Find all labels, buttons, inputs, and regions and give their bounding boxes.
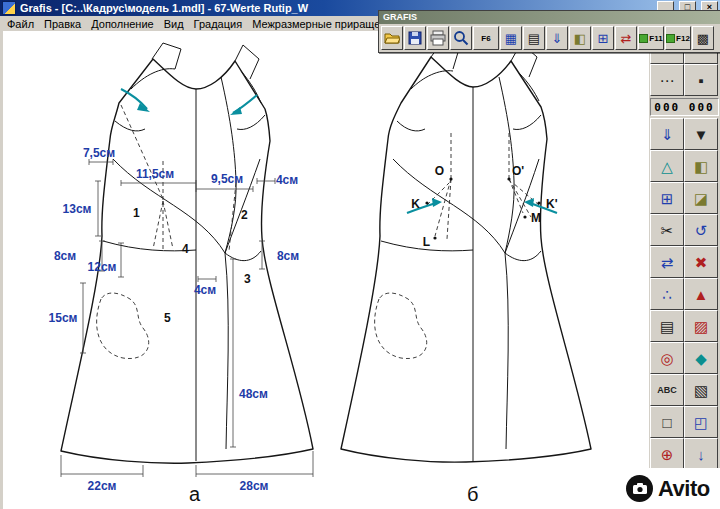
diamond-icon: ◆ bbox=[695, 351, 707, 366]
tool-dart-button[interactable]: ▲ bbox=[684, 278, 718, 310]
value-counter-display: 000 000 bbox=[650, 98, 719, 116]
tool-grid-plus-button[interactable]: ⊞ bbox=[650, 182, 684, 214]
menu-edit[interactable]: Правка bbox=[39, 18, 86, 30]
point-O-prime: O' bbox=[512, 164, 524, 178]
piece-number-5: 5 bbox=[164, 311, 171, 325]
grafis-toolbar-window: GRAFIS bbox=[378, 10, 720, 53]
tool-corner-button[interactable]: ◰ bbox=[684, 406, 718, 438]
app-icon bbox=[2, 1, 16, 15]
magnifier-icon bbox=[453, 30, 469, 46]
tool-cone-button[interactable]: ◆ bbox=[684, 342, 718, 374]
tool-delete-button[interactable]: ✖ bbox=[684, 246, 718, 278]
tool-rotate-button[interactable]: ↺ bbox=[684, 214, 718, 246]
tool-target-button[interactable]: ⊕ bbox=[650, 438, 684, 470]
table-grid-icon: ▦ bbox=[505, 32, 517, 45]
tool-scissors-button[interactable]: ✂ bbox=[650, 214, 684, 246]
points-icon: ∴ bbox=[662, 287, 672, 302]
exchange-button[interactable]: ⇄ bbox=[615, 26, 637, 50]
rotate-icon: ↺ bbox=[695, 223, 708, 238]
pattern-b-label: б bbox=[467, 483, 478, 505]
tool-rect-button[interactable]: □ bbox=[650, 406, 684, 438]
dim-7-5: 7,5см bbox=[83, 146, 115, 160]
menu-grading[interactable]: Градация bbox=[189, 18, 248, 30]
pattern-b-drawing: O O' K K' L M б bbox=[341, 43, 591, 505]
hatch-tool-button[interactable]: ▩ bbox=[692, 26, 714, 50]
circle-icon: ◎ bbox=[660, 351, 673, 366]
tool-options-button[interactable]: ⋯ bbox=[650, 64, 684, 96]
tool-corner-piece-button[interactable]: ◪ bbox=[684, 182, 718, 214]
watermark-text: Avito bbox=[658, 476, 710, 502]
point-L: L bbox=[423, 235, 430, 249]
target-icon: ⊕ bbox=[661, 447, 674, 462]
dart-triangle-icon: ▲ bbox=[694, 287, 709, 302]
open-file-button[interactable] bbox=[381, 26, 403, 50]
delete-x-icon: ✖ bbox=[695, 255, 708, 270]
f11-label: F11 bbox=[649, 34, 662, 43]
save-button[interactable] bbox=[404, 26, 426, 50]
tool-text-button[interactable]: ABC bbox=[650, 374, 684, 406]
measure-table-button[interactable]: ▦ bbox=[500, 26, 522, 50]
grid-values-button[interactable]: ⊞ bbox=[592, 26, 614, 50]
zoom-button[interactable] bbox=[450, 26, 472, 50]
tool-swap-button[interactable]: ⇄ bbox=[650, 246, 684, 278]
grafis-toolbar-body: F6 ▦ ▤ ⇓ ◧ ⊞ ⇄ F11 F12 ▩ bbox=[379, 24, 720, 52]
tool-circle-button[interactable]: ◎ bbox=[650, 342, 684, 374]
menu-view[interactable]: Вид bbox=[159, 18, 189, 30]
scissors-icon: ✂ bbox=[661, 223, 674, 238]
f12-button[interactable]: F12 bbox=[665, 26, 691, 50]
double-down-arrow-icon: ⇓ bbox=[552, 32, 563, 45]
f6-button[interactable]: F6 bbox=[473, 26, 499, 50]
pattern-canvas[interactable]: 7,5см 11,5см 9,5см 4см 13см 8см 12см 15с… bbox=[3, 31, 648, 509]
tool-step-small-button[interactable]: ▼ bbox=[684, 118, 718, 150]
down-triangle-icon: ▼ bbox=[694, 127, 709, 142]
f6-label: F6 bbox=[481, 34, 490, 43]
point-K-prime: K' bbox=[546, 197, 558, 211]
fill-pattern-icon: ▧ bbox=[694, 383, 708, 398]
grid-icon: ⊞ bbox=[598, 32, 609, 45]
tool-half-piece-button[interactable]: ◧ bbox=[684, 150, 718, 182]
floppy-disk-icon bbox=[407, 30, 423, 46]
tool-points-button[interactable]: ∴ bbox=[650, 278, 684, 310]
tool-arrow-down-button[interactable]: ↓ bbox=[684, 438, 718, 470]
dim-8-right: 8см bbox=[277, 249, 299, 263]
tool-test-piece-button[interactable]: △ bbox=[650, 150, 684, 182]
green-square-icon bbox=[639, 34, 648, 43]
open-folder-icon bbox=[384, 30, 400, 46]
camera-icon bbox=[632, 481, 648, 497]
avito-watermark: Avito bbox=[620, 468, 720, 509]
list-icon: ▤ bbox=[528, 32, 540, 45]
grafis-toolbar-titlebar[interactable]: GRAFIS bbox=[379, 11, 720, 24]
value-list-button[interactable]: ▤ bbox=[523, 26, 545, 50]
corner-icon: ◰ bbox=[694, 415, 708, 430]
f11-button[interactable]: F11 bbox=[638, 26, 664, 50]
triangle-icon: △ bbox=[661, 159, 673, 174]
point-K: K bbox=[411, 197, 420, 211]
dim-48: 48см bbox=[239, 387, 268, 401]
tool-sidebar: ↷ ↻ ⋯ ▪ 000 000 ⇓ ▼ △ ◧ ⊞ ◪ ✂ ↺ ⇄ ✖ ∴ ▲ … bbox=[648, 31, 720, 509]
rectangle-icon: □ bbox=[662, 415, 671, 430]
abc-text-icon: ABC bbox=[657, 386, 677, 395]
piece-number-4: 4 bbox=[182, 242, 189, 256]
dim-8-left: 8см bbox=[54, 249, 76, 263]
menu-addition[interactable]: Дополнение bbox=[86, 18, 158, 30]
print-button[interactable] bbox=[427, 26, 449, 50]
exchange-arrows-icon: ⇄ bbox=[621, 32, 632, 45]
layers-button[interactable]: ◧ bbox=[569, 26, 591, 50]
dim-22: 22см bbox=[88, 479, 117, 493]
pattern-a-label: а bbox=[189, 483, 201, 505]
tool-pleat-button[interactable]: ▤ bbox=[650, 310, 684, 342]
piece-number-2: 2 bbox=[241, 208, 248, 222]
down-double-arrow-icon: ⇓ bbox=[661, 127, 674, 142]
tool-step-down-button[interactable]: ⇓ bbox=[650, 118, 684, 150]
tool-hatch-pleat-button[interactable]: ▨ bbox=[684, 310, 718, 342]
hatch-grid-icon: ▩ bbox=[697, 32, 709, 45]
half-square-icon: ◧ bbox=[694, 159, 708, 174]
corner-square-icon: ◪ bbox=[694, 191, 708, 206]
menu-file[interactable]: Файл bbox=[2, 18, 39, 30]
apply-down-button[interactable]: ⇓ bbox=[546, 26, 568, 50]
drawing-area[interactable]: 7,5см 11,5см 9,5см 4см 13см 8см 12см 15с… bbox=[0, 31, 648, 509]
tool-fill-button[interactable]: ▧ bbox=[684, 374, 718, 406]
pattern-a-drawing: 7,5см 11,5см 9,5см 4см 13см 8см 12см 15с… bbox=[49, 43, 313, 505]
tool-marker-button[interactable]: ▪ bbox=[684, 64, 718, 96]
dim-15: 15см bbox=[49, 311, 78, 325]
